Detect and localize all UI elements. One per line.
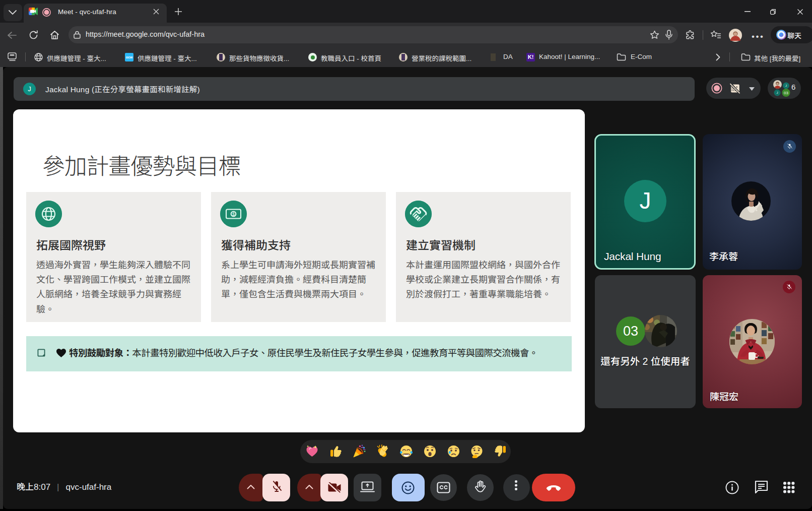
svg-text:03: 03 [784,91,788,95]
svg-text:J: J [777,91,778,94]
svg-text:$: $ [232,212,235,217]
svg-text:J: J [785,84,787,87]
